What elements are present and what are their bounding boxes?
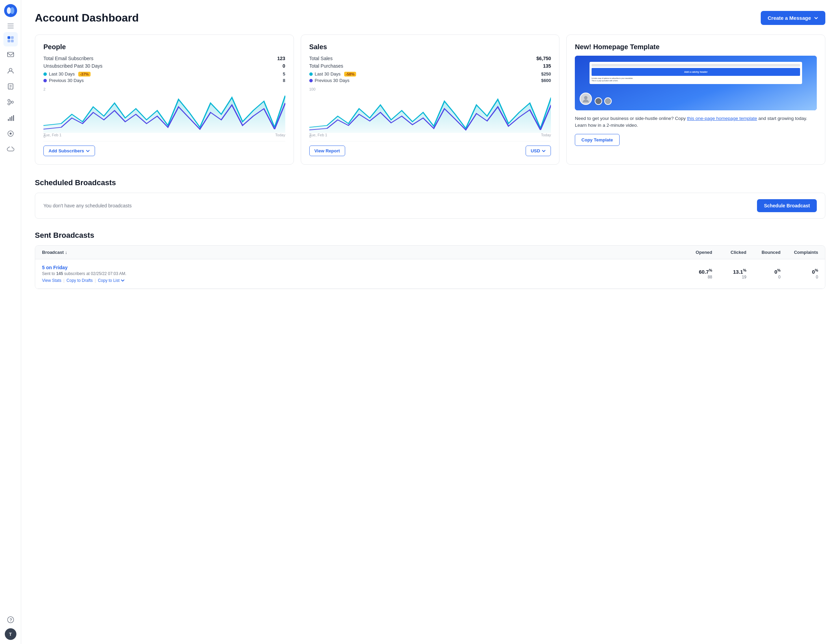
copy-to-list-link[interactable]: Copy to List [98, 278, 119, 283]
main-content: Account Dashboard Create a Message Peopl… [21, 0, 839, 644]
opened-stat: 60.7% 88 [678, 265, 712, 283]
sidebar-collapse-toggle[interactable] [6, 21, 15, 31]
sent-broadcasts-table: Broadcast ↓ Opened Clicked Bounced Compl… [35, 245, 825, 289]
teal-dot [43, 72, 47, 76]
sales-teal-dot [309, 72, 313, 76]
people-stat-unsubscribed: Unsubscribed Past 30 Days 0 [43, 63, 285, 69]
sidebar-item-automations[interactable] [3, 95, 18, 109]
sidebar-item-reports[interactable] [3, 111, 18, 125]
view-report-button[interactable]: View Report [309, 146, 345, 156]
sales-card-footer: View Report USD [309, 141, 551, 156]
svg-point-18 [8, 103, 10, 105]
svg-point-31 [584, 96, 587, 99]
sidebar-item-cloud[interactable] [3, 142, 18, 156]
sales-purple-dot [309, 79, 313, 82]
sent-broadcasts-title: Sent Broadcasts [35, 231, 825, 240]
copy-to-drafts-link[interactable]: Copy to Drafts [67, 278, 93, 283]
people-legend-last30: Last 30 Days -37% 5 [43, 71, 285, 77]
svg-rect-5 [8, 28, 14, 28]
col-bounced: Bounced [746, 250, 781, 255]
app-logo[interactable] [4, 4, 17, 17]
broadcast-info: 5 on Friday Sent to 145 subscribers at 0… [42, 265, 678, 283]
svg-line-20 [10, 102, 11, 104]
col-broadcast: Broadcast ↓ [42, 250, 678, 255]
sidebar-item-help[interactable]: ? [3, 613, 18, 627]
scheduled-broadcasts-box: You don't have any scheduled broadcasts … [35, 193, 825, 219]
sales-legend-last30: Last 30 Days -58% $250 [309, 71, 551, 77]
svg-rect-6 [8, 36, 10, 39]
template-description: Need to get your business or side-hustle… [575, 115, 817, 129]
page-header: Account Dashboard Create a Message [35, 11, 825, 25]
people-card-title: People [43, 43, 285, 51]
svg-rect-4 [8, 26, 14, 26]
copy-template-button[interactable]: Copy Template [575, 134, 619, 146]
col-opened: Opened [678, 250, 712, 255]
svg-rect-24 [13, 115, 14, 121]
sales-card: Sales Total Sales $6,750 Total Purchases… [301, 34, 560, 165]
people-card-footer: Add Subscribers [43, 141, 285, 156]
sidebar-item-forms[interactable] [3, 79, 18, 94]
currency-selector[interactable]: USD [526, 146, 551, 156]
bounced-stat: 0% 0 [746, 265, 781, 283]
template-card-title: New! Homepage Template [575, 43, 817, 51]
svg-rect-3 [8, 23, 14, 24]
template-card: New! Homepage Template Add a catchy head… [566, 34, 825, 165]
clicked-stat: 13.1% 19 [712, 265, 746, 283]
svg-rect-10 [8, 52, 14, 57]
col-complaints: Complaints [781, 250, 818, 255]
svg-marker-30 [309, 97, 551, 133]
broadcast-sent-info: Sent to 145 subscribers at 02/25/22 07:0… [42, 271, 678, 276]
svg-point-16 [8, 99, 10, 102]
people-legend-prev30: Previous 30 Days 8 [43, 78, 285, 83]
svg-point-17 [11, 101, 13, 103]
sales-badge-last30: -58% [344, 72, 357, 77]
user-avatar[interactable]: T [5, 628, 16, 640]
people-chart-svg [43, 92, 285, 133]
svg-rect-21 [8, 119, 9, 121]
cards-row: People Total Email Subscribers 123 Unsub… [35, 34, 825, 165]
table-header-row: Broadcast ↓ Opened Clicked Bounced Compl… [35, 246, 825, 259]
sidebar-item-audience[interactable] [3, 64, 18, 78]
schedule-broadcast-button[interactable]: Schedule Broadcast [757, 199, 817, 212]
table-row: 5 on Friday Sent to 145 subscribers at 0… [35, 259, 825, 289]
copy-to-list-chevron [121, 278, 125, 283]
sales-chart: 100 0 [309, 87, 551, 131]
complaints-stat: 0% 0 [781, 265, 818, 283]
svg-rect-9 [11, 39, 14, 43]
people-stat-subscribers: Total Email Subscribers 123 [43, 56, 285, 61]
svg-rect-8 [8, 39, 10, 43]
sidebar-item-dashboard[interactable] [3, 32, 18, 46]
svg-point-26 [10, 133, 12, 135]
sales-card-title: Sales [309, 43, 551, 51]
svg-rect-22 [10, 117, 11, 121]
svg-text:?: ? [10, 618, 12, 623]
sales-stat-purchases: Total Purchases 135 [309, 63, 551, 69]
svg-point-2 [10, 7, 14, 14]
scheduled-empty-message: You don't have any scheduled broadcasts [43, 203, 132, 209]
template-link[interactable]: this one-page homepage template [687, 116, 757, 121]
people-card: People Total Email Subscribers 123 Unsub… [35, 34, 294, 165]
add-subscribers-button[interactable]: Add Subscribers [43, 146, 95, 156]
people-badge-last30: -37% [78, 72, 90, 77]
page-title: Account Dashboard [35, 12, 139, 24]
purple-dot [43, 79, 47, 82]
broadcast-name[interactable]: 5 on Friday [42, 265, 678, 270]
sidebar-item-integrations[interactable] [3, 127, 18, 141]
template-preview-image: Add a catchy header Include snap of opti… [575, 56, 817, 110]
sidebar: ? T [0, 0, 21, 644]
sales-chart-svg [309, 92, 551, 133]
view-stats-link[interactable]: View Stats [42, 278, 61, 283]
create-message-button[interactable]: Create a Message [761, 11, 825, 25]
sidebar-item-messages[interactable] [3, 48, 18, 62]
scheduled-broadcasts-title: Scheduled Broadcasts [35, 178, 825, 187]
col-clicked: Clicked [712, 250, 746, 255]
svg-rect-23 [11, 116, 12, 121]
people-chart: 2 0 [43, 87, 285, 131]
svg-rect-7 [11, 36, 14, 39]
broadcast-row-actions: View Stats | Copy to Drafts | Copy to Li… [42, 278, 678, 283]
sales-legend-prev30: Previous 30 Days $600 [309, 78, 551, 83]
svg-line-19 [10, 100, 11, 102]
svg-point-11 [9, 68, 12, 71]
sales-stat-total: Total Sales $6,750 [309, 56, 551, 61]
